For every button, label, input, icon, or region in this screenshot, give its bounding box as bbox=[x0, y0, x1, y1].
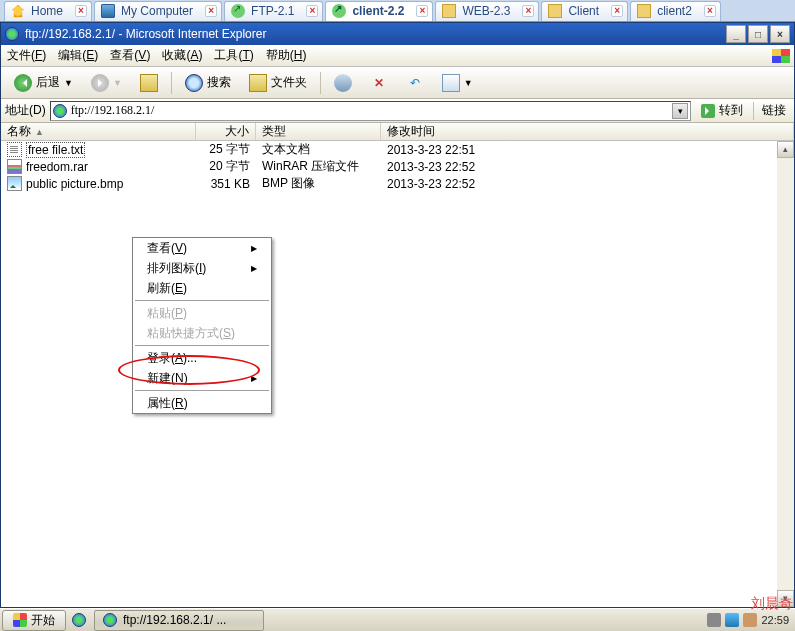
file-row[interactable]: free file.txt25 字节文本文档2013-3-23 22:51 bbox=[1, 141, 794, 158]
menu-item[interactable]: 工具(T) bbox=[214, 47, 253, 64]
host-tab[interactable]: WEB-2.3× bbox=[435, 1, 539, 21]
client-icon bbox=[637, 4, 651, 18]
tab-close-icon[interactable]: × bbox=[75, 5, 87, 17]
client-icon bbox=[548, 4, 562, 18]
search-button[interactable]: 搜索 bbox=[178, 71, 238, 95]
views-button[interactable]: ▼ bbox=[435, 71, 480, 95]
clock[interactable]: 22:59 bbox=[761, 614, 789, 626]
ie-throbber-icon bbox=[768, 45, 794, 67]
address-dropdown[interactable]: ▾ bbox=[672, 103, 688, 119]
quicklaunch-ie-icon[interactable] bbox=[72, 613, 86, 627]
back-icon bbox=[14, 74, 32, 92]
back-button[interactable]: 后退 ▼ bbox=[7, 71, 80, 95]
go-icon bbox=[701, 104, 715, 118]
ftp-icon bbox=[231, 4, 245, 18]
search-icon bbox=[185, 74, 203, 92]
tray-icon[interactable] bbox=[725, 613, 739, 627]
menu-separator bbox=[135, 300, 269, 301]
minimize-button[interactable]: _ bbox=[726, 25, 746, 43]
menu-item[interactable]: 编辑(E) bbox=[58, 47, 98, 64]
col-type[interactable]: 类型 bbox=[256, 123, 381, 140]
client-icon bbox=[442, 4, 456, 18]
tab-close-icon[interactable]: × bbox=[704, 5, 716, 17]
folders-icon bbox=[249, 74, 267, 92]
start-button[interactable]: 开始 bbox=[2, 610, 66, 631]
file-icon bbox=[7, 159, 22, 174]
forward-icon bbox=[91, 74, 109, 92]
file-icon bbox=[7, 176, 22, 191]
ie-window: ftp://192.168.2.1/ - Microsoft Internet … bbox=[0, 22, 795, 608]
home-icon bbox=[11, 4, 25, 18]
folder-up-icon bbox=[140, 74, 158, 92]
tab-close-icon[interactable]: × bbox=[416, 5, 428, 17]
go-button[interactable]: 转到 bbox=[695, 101, 749, 121]
window-title: ftp://192.168.2.1/ - Microsoft Internet … bbox=[25, 27, 266, 41]
up-button[interactable] bbox=[133, 71, 165, 95]
col-date[interactable]: 修改时间 bbox=[381, 123, 794, 140]
col-name[interactable]: 名称▲ bbox=[1, 123, 196, 140]
address-label: 地址(D) bbox=[5, 102, 46, 119]
pc-icon bbox=[101, 4, 115, 18]
tab-close-icon[interactable]: × bbox=[306, 5, 318, 17]
tray-icon[interactable] bbox=[743, 613, 757, 627]
url-icon bbox=[53, 104, 67, 118]
address-bar: 地址(D) ▾ 转到 链接 bbox=[1, 99, 794, 123]
tray-icon[interactable] bbox=[707, 613, 721, 627]
delete-button[interactable]: ✕ bbox=[363, 71, 395, 95]
toolbar: 后退 ▼ ▼ 搜索 文件夹 ✕ ↶ ▼ bbox=[1, 67, 794, 99]
forward-button[interactable]: ▼ bbox=[84, 71, 129, 95]
links-label[interactable]: 链接 bbox=[758, 102, 790, 119]
context-menu[interactable]: 查看(V)排列图标(I)刷新(E)粘贴(P)粘贴快捷方式(S)登录(A)...新… bbox=[132, 237, 272, 414]
menu-bar: 文件(F)编辑(E)查看(V)收藏(A)工具(T)帮助(H) bbox=[1, 45, 794, 67]
column-headers: 名称▲ 大小 类型 修改时间 bbox=[1, 123, 794, 141]
host-tab[interactable]: Client× bbox=[541, 1, 628, 21]
host-tab[interactable]: client-2.2× bbox=[325, 1, 433, 21]
file-row[interactable]: freedom.rar20 字节WinRAR 压缩文件2013-3-23 22:… bbox=[1, 158, 794, 175]
ftp-icon bbox=[332, 4, 346, 18]
context-menu-item[interactable]: 新建(N) bbox=[133, 368, 271, 388]
vertical-scrollbar[interactable]: ▴ ▾ bbox=[777, 141, 794, 607]
context-menu-item[interactable]: 登录(A)... bbox=[133, 348, 271, 368]
file-icon bbox=[7, 142, 22, 157]
maximize-button[interactable]: □ bbox=[748, 25, 768, 43]
window-title-bar: ftp://192.168.2.1/ - Microsoft Internet … bbox=[1, 23, 794, 45]
menu-item[interactable]: 文件(F) bbox=[7, 47, 46, 64]
menu-item[interactable]: 帮助(H) bbox=[266, 47, 307, 64]
address-combo[interactable]: ▾ bbox=[50, 101, 691, 121]
windows-icon bbox=[13, 613, 27, 627]
host-tab[interactable]: My Computer× bbox=[94, 1, 222, 21]
task-icon bbox=[103, 613, 117, 627]
taskbar-item[interactable]: ftp://192.168.2.1/ ... bbox=[94, 610, 264, 631]
menu-separator bbox=[135, 390, 269, 391]
file-list[interactable]: free file.txt25 字节文本文档2013-3-23 22:51fre… bbox=[1, 141, 794, 607]
watermark: 刘晨奇 bbox=[751, 595, 793, 613]
menu-item[interactable]: 收藏(A) bbox=[162, 47, 202, 64]
sync-button[interactable] bbox=[327, 71, 359, 95]
address-input[interactable] bbox=[71, 103, 672, 118]
taskbar: 开始 ftp://192.168.2.1/ ... 22:59 bbox=[0, 608, 795, 631]
context-menu-item: 粘贴快捷方式(S) bbox=[133, 323, 271, 343]
context-menu-item[interactable]: 查看(V) bbox=[133, 238, 271, 258]
tab-close-icon[interactable]: × bbox=[205, 5, 217, 17]
undo-button[interactable]: ↶ bbox=[399, 71, 431, 95]
context-menu-item[interactable]: 排列图标(I) bbox=[133, 258, 271, 278]
ie-icon bbox=[5, 27, 19, 41]
context-menu-item[interactable]: 刷新(E) bbox=[133, 278, 271, 298]
host-tab[interactable]: client2× bbox=[630, 1, 721, 21]
tab-close-icon[interactable]: × bbox=[611, 5, 623, 17]
host-tab[interactable]: FTP-2.1× bbox=[224, 1, 323, 21]
close-button[interactable]: × bbox=[770, 25, 790, 43]
context-menu-item: 粘贴(P) bbox=[133, 303, 271, 323]
menu-separator bbox=[135, 345, 269, 346]
menu-item[interactable]: 查看(V) bbox=[110, 47, 150, 64]
context-menu-item[interactable]: 属性(R) bbox=[133, 393, 271, 413]
scroll-up-icon[interactable]: ▴ bbox=[777, 141, 794, 158]
host-tab[interactable]: Home× bbox=[4, 1, 92, 21]
tab-close-icon[interactable]: × bbox=[522, 5, 534, 17]
col-size[interactable]: 大小 bbox=[196, 123, 256, 140]
file-row[interactable]: public picture.bmp351 KBBMP 图像2013-3-23 … bbox=[1, 175, 794, 192]
folders-button[interactable]: 文件夹 bbox=[242, 71, 314, 95]
